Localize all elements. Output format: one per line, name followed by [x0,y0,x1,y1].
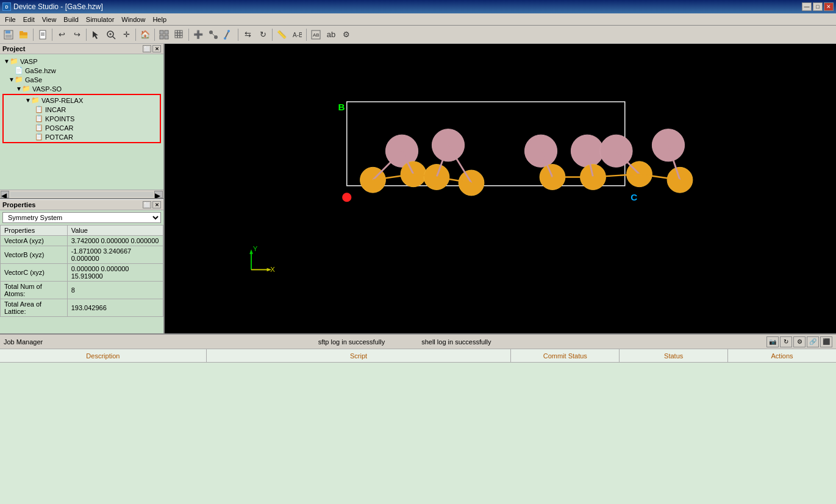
jt-col-description: Description [0,349,207,362]
menu-simulator[interactable]: Simulator [82,15,118,24]
menu-window[interactable]: Window [118,15,149,24]
menu-help[interactable]: Help [149,15,170,24]
tree-item-poscar[interactable]: 📋 POSCAR [4,123,159,132]
molecule-svg: B C [165,44,836,333]
poscar-icon: 📋 [35,124,43,132]
svg-rect-27 [175,35,177,38]
props-restore-btn[interactable]: ⬜ [143,201,151,208]
svg-line-33 [225,31,229,38]
menu-view[interactable]: View [38,15,60,24]
toolbar-sep-8 [272,29,273,41]
scroll-right-btn[interactable]: ▶ [154,191,163,198]
props-close-btn[interactable]: ✕ [152,201,161,208]
toolbar-move-btn[interactable]: ✛ [119,27,134,42]
toolbar-undo-btn[interactable]: ↩ [54,27,69,42]
jt-col-script: Script [207,349,512,362]
vasp-so-expand: ▼ [16,85,22,92]
toolbar-open-btn[interactable] [16,27,31,42]
tree-label-poscar: POSCAR [45,124,73,132]
menu-file[interactable]: File [1,15,20,24]
tree-item-incar[interactable]: 📋 INCAR [4,105,159,114]
props-row: Total Num of Atoms:8 [1,282,163,299]
toolbar-add-atom-btn[interactable]: ➕ [191,27,205,42]
toolbar-measure2-btn[interactable]: A-B [290,27,304,42]
vasp-so-icon: 📁 [22,85,30,93]
properties-dropdown[interactable]: Symmetry System [2,212,161,223]
kpoints-icon: 📋 [35,115,43,122]
toolbar-save-btn[interactable] [1,27,16,42]
scroll-left-btn[interactable]: ◀ [1,191,9,198]
jm-terminal-btn[interactable]: ⬛ [820,336,832,347]
tree-item-vasp[interactable]: ▼ 📁 VASP [2,57,161,66]
incar-icon: 📋 [35,105,43,113]
svg-text:D: D [5,5,8,9]
toolbar-sep-2 [52,29,52,41]
jm-settings-btn[interactable]: ⚙ [793,336,806,347]
title-bar-title: Device Studio - [GaSe.hzw] [13,2,103,11]
toolbar-sep-1 [33,29,34,41]
outer-close-btn[interactable]: ✕ [824,2,834,11]
sftp-status: sftp log in successfully [318,338,385,346]
toolbar-supercell-btn[interactable] [172,27,187,42]
toolbar-new-btn[interactable] [35,27,50,42]
svg-text:B: B [338,102,345,112]
svg-rect-29 [180,35,182,38]
outer-maximize-btn[interactable]: □ [813,2,823,11]
gase-expand: ▼ [9,76,15,83]
tree-label-potcar: POTCAR [45,133,73,141]
tree-item-vasp-relax[interactable]: ▼ 📁 VASP-RELAX [4,96,159,105]
jm-screenshot-btn[interactable]: 📷 [766,336,779,347]
jt-col-commit-status: Commit Status [511,349,620,362]
svg-rect-26 [180,33,182,35]
scroll-track[interactable] [10,192,153,197]
project-restore-btn[interactable]: ⬜ [143,45,151,52]
svg-rect-25 [177,33,180,35]
props-cell-value: 0.000000 0.000000 15.919000 [67,264,163,282]
jm-refresh-btn[interactable]: ↻ [780,336,792,347]
project-close-btn[interactable]: ✕ [152,45,161,52]
tree-item-vasp-so[interactable]: ▼ 📁 VASP-SO [2,84,161,93]
toolbar-extra-btn[interactable]: ⚙ [339,27,354,42]
toolbar-mirror-btn[interactable]: ⇆ [240,27,255,42]
job-manager-bar: Job Manager sftp log in successfully she… [0,335,836,349]
jm-connect-btn[interactable]: 🔗 [807,336,819,347]
toolbar-periodic-btn[interactable]: AB [309,27,323,42]
svg-line-32 [211,32,216,37]
jt-col-status: Status [620,349,728,362]
menu-build[interactable]: Build [60,15,82,24]
svg-rect-20 [165,35,168,39]
toolbar-script-btn[interactable]: ab [324,27,338,42]
svg-text:C: C [631,192,637,202]
bottom-panel: Job Manager sftp log in successfully she… [0,333,836,504]
tree-item-gase-hzw[interactable]: 📄 GaSe.hzw [2,66,161,75]
svg-rect-17 [160,30,163,34]
props-row: VectorC (xyz)0.000000 0.000000 15.919000 [1,264,163,282]
viewport[interactable]: B C [165,44,836,333]
toolbar-measure-btn[interactable]: 📏 [274,27,289,42]
svg-text:A-B: A-B [293,32,302,38]
project-panel: Project ⬜ ✕ ▼ 📁 VASP 📄 [0,44,163,199]
toolbar-home-btn[interactable]: 🏠 [138,27,152,42]
tree-label-gase: GaSe [25,76,42,83]
project-hscroll[interactable]: ◀ ▶ [0,190,163,198]
svg-rect-7 [20,35,27,38]
main-layout: Project ⬜ ✕ ▼ 📁 VASP 📄 [0,44,836,504]
toolbar-build-bond-btn[interactable] [221,27,236,42]
title-bar: D Device Studio - [GaSe.hzw] — □ ✕ [0,0,836,13]
toolbar-rotate-btn[interactable]: ↻ [255,27,270,42]
tree-item-kpoints[interactable]: 📋 KPOINTS [4,114,159,123]
tree-item-potcar[interactable]: 📋 POTCAR [4,132,159,141]
toolbar-atom-btn[interactable] [157,27,171,42]
toolbar-select-btn[interactable] [88,27,103,42]
toolbar-add-bond-btn[interactable] [206,27,221,42]
toolbar-redo-btn[interactable]: ↪ [70,27,84,42]
toolbar-sep-9 [306,29,307,41]
tree-item-gase[interactable]: ▼ 📁 GaSe [2,75,161,84]
toolbar-zoom-btn[interactable] [104,27,118,42]
menu-edit[interactable]: Edit [20,15,38,24]
outer-minimize-btn[interactable]: — [802,2,812,11]
vasp-relax-icon: 📁 [31,96,40,104]
props-row: VectorA (xyz)3.742000 0.000000 0.000000 [1,236,163,246]
props-cell-key: VectorB (xyz) [1,246,68,264]
tree-label-vasp-so: VASP-SO [32,85,62,93]
